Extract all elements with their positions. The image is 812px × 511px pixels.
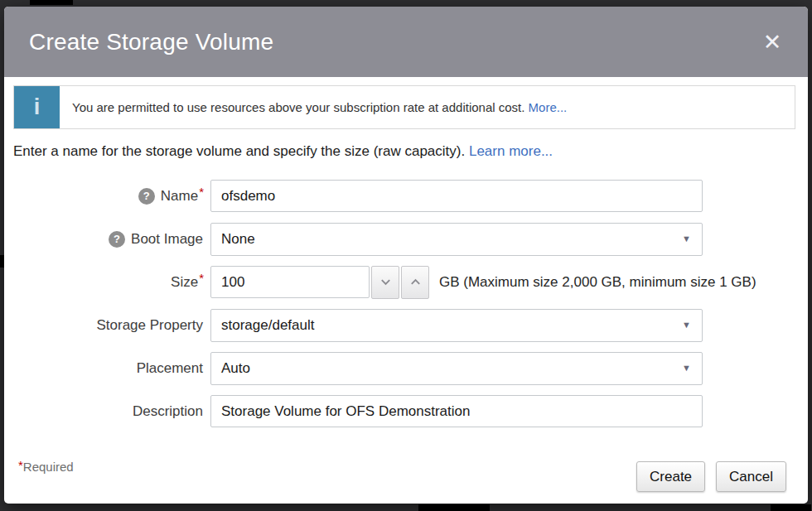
cancel-button[interactable]: Cancel: [716, 461, 786, 492]
background-redacted-text: [30, 0, 73, 5]
intro-text: Enter a name for the storage volume and …: [13, 143, 808, 160]
chevron-up-icon: [409, 276, 422, 288]
description-label: Description: [133, 403, 203, 420]
background-redacted-text: [418, 504, 490, 511]
required-legend: *Required: [18, 460, 74, 474]
chevron-down-icon: [379, 276, 392, 288]
more-link[interactable]: More...: [529, 100, 568, 114]
size-input[interactable]: [210, 266, 370, 298]
placement-select[interactable]: Auto ▼: [210, 352, 703, 385]
subscription-info-banner: i You are permitted to use resources abo…: [13, 85, 795, 129]
size-decrement-button[interactable]: [371, 266, 399, 299]
dialog-actions: Create Cancel: [636, 461, 786, 492]
size-row: Size* GB (Maximum size 2,000 GB, minimum…: [4, 266, 808, 298]
description-input[interactable]: [210, 395, 703, 427]
name-input[interactable]: [210, 180, 703, 212]
info-icon: i: [14, 86, 60, 128]
dialog-title: Create Storage Volume: [4, 29, 273, 55]
help-icon[interactable]: ?: [109, 231, 125, 248]
chevron-down-icon: ▼: [682, 234, 691, 243]
size-label: Size*: [171, 274, 203, 291]
dialog-header: Create Storage Volume ✕: [4, 7, 808, 77]
required-asterisk: *: [199, 185, 204, 199]
chevron-down-icon: ▼: [682, 364, 691, 373]
boot-image-select[interactable]: None ▼: [210, 223, 703, 256]
storage-property-label: Storage Property: [96, 317, 203, 334]
learn-more-link[interactable]: Learn more...: [469, 143, 553, 159]
close-icon[interactable]: ✕: [758, 28, 786, 56]
background-redacted-text: [771, 504, 811, 511]
placement-value: Auto: [221, 360, 250, 377]
required-asterisk: *: [199, 271, 204, 285]
create-button[interactable]: Create: [636, 461, 705, 492]
required-asterisk: *: [18, 458, 23, 472]
placement-label: Placement: [137, 360, 203, 377]
boot-image-label: Boot Image: [131, 231, 203, 248]
create-storage-volume-dialog: Create Storage Volume ✕ i You are permit…: [4, 7, 808, 504]
storage-property-select[interactable]: storage/default ▼: [210, 309, 703, 342]
storage-property-row: Storage Property storage/default ▼: [4, 309, 808, 341]
size-increment-button[interactable]: [401, 266, 429, 299]
name-label: Name*: [161, 188, 203, 205]
storage-volume-form: ? Name* ? Boot Image None ▼ Size*: [4, 180, 808, 427]
boot-image-row: ? Boot Image None ▼: [4, 223, 808, 255]
required-text: Required: [23, 460, 74, 474]
placement-row: Placement Auto ▼: [4, 352, 808, 384]
boot-image-value: None: [221, 231, 255, 248]
size-hint: GB (Maximum size 2,000 GB, minimum size …: [439, 274, 756, 291]
storage-property-value: storage/default: [221, 317, 314, 334]
intro-message: Enter a name for the storage volume and …: [13, 143, 465, 159]
help-icon[interactable]: ?: [138, 188, 155, 205]
banner-message: You are permitted to use resources above…: [72, 100, 524, 114]
banner-text: You are permitted to use resources above…: [72, 100, 567, 114]
chevron-down-icon: ▼: [682, 321, 691, 330]
description-row: Description: [4, 395, 808, 427]
name-row: ? Name*: [4, 180, 808, 212]
